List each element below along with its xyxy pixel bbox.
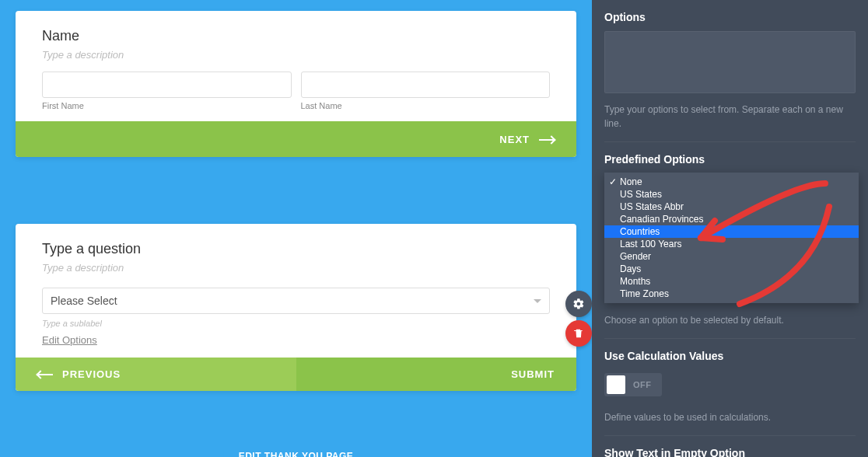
thank-you-link[interactable]: EDIT THANK YOU PAGE bbox=[223, 451, 369, 457]
question-desc[interactable]: Type a description bbox=[42, 262, 550, 274]
arrow-left-icon bbox=[37, 374, 53, 375]
question-card[interactable]: Type a question Type a description Pleas… bbox=[16, 224, 576, 391]
form-canvas: Name Type a description First Name Last … bbox=[0, 0, 592, 457]
previous-button[interactable]: PREVIOUS bbox=[16, 358, 296, 391]
selected-help: Choose an option to be selected by defau… bbox=[604, 313, 856, 327]
predefined-title: Predefined Options bbox=[604, 153, 856, 166]
dropdown-item[interactable]: Time Zones bbox=[604, 288, 859, 300]
calc-title: Use Calculation Values bbox=[604, 350, 856, 362]
dropdown-item[interactable]: Gender bbox=[604, 250, 859, 263]
empty-option-title: Show Text in Empty Option bbox=[604, 447, 856, 457]
dropdown-item[interactable]: Canadian Provinces bbox=[604, 213, 859, 225]
submit-label: SUBMIT bbox=[511, 368, 555, 380]
submit-button[interactable]: SUBMIT bbox=[296, 358, 577, 391]
edit-options-link[interactable]: Edit Options bbox=[42, 334, 97, 346]
arrow-right-icon bbox=[539, 139, 555, 141]
dropdown-item[interactable]: Days bbox=[604, 263, 859, 275]
calc-toggle[interactable]: OFF bbox=[604, 373, 662, 396]
dropdown-item[interactable]: Countries bbox=[604, 225, 859, 238]
dropdown-item[interactable]: US States bbox=[604, 188, 859, 201]
dropdown-item[interactable]: None bbox=[604, 176, 859, 188]
last-name-label: Last Name bbox=[301, 101, 551, 110]
gear-icon bbox=[572, 298, 585, 310]
predefined-dropdown-menu[interactable]: NoneUS StatesUS States AbbrCanadian Prov… bbox=[604, 173, 859, 303]
toggle-knob bbox=[607, 375, 625, 394]
caret-down-icon bbox=[534, 299, 541, 303]
question-title[interactable]: Type a question bbox=[42, 241, 550, 257]
calc-toggle-label: OFF bbox=[625, 380, 660, 389]
options-help: Type your options to select from. Separa… bbox=[604, 103, 856, 131]
options-title: Options bbox=[604, 11, 856, 23]
first-name-input[interactable] bbox=[42, 72, 292, 98]
dropdown-item[interactable]: Last 100 Years bbox=[604, 238, 859, 250]
select-sublabel[interactable]: Type a sublabel bbox=[42, 319, 550, 328]
select-dropdown[interactable]: Please Select bbox=[42, 288, 550, 314]
calc-help: Define values to be used in calculations… bbox=[604, 410, 856, 424]
first-name-label: First Name bbox=[42, 101, 292, 110]
next-label: NEXT bbox=[499, 134, 530, 145]
name-desc[interactable]: Type a description bbox=[42, 49, 550, 61]
dropdown-item[interactable]: Months bbox=[604, 275, 859, 288]
name-title: Name bbox=[42, 28, 550, 44]
delete-button[interactable] bbox=[565, 320, 592, 347]
last-name-input[interactable] bbox=[301, 72, 551, 98]
trash-icon bbox=[573, 327, 584, 340]
name-card[interactable]: Name Type a description First Name Last … bbox=[16, 11, 576, 157]
options-textarea[interactable] bbox=[604, 31, 856, 93]
settings-button[interactable] bbox=[565, 291, 592, 317]
next-bar[interactable]: NEXT bbox=[16, 121, 576, 157]
dropdown-item[interactable]: US States Abbr bbox=[604, 201, 859, 213]
previous-label: PREVIOUS bbox=[62, 368, 121, 380]
sidebar: Options Type your options to select from… bbox=[592, 0, 868, 457]
select-value: Please Select bbox=[51, 295, 117, 307]
